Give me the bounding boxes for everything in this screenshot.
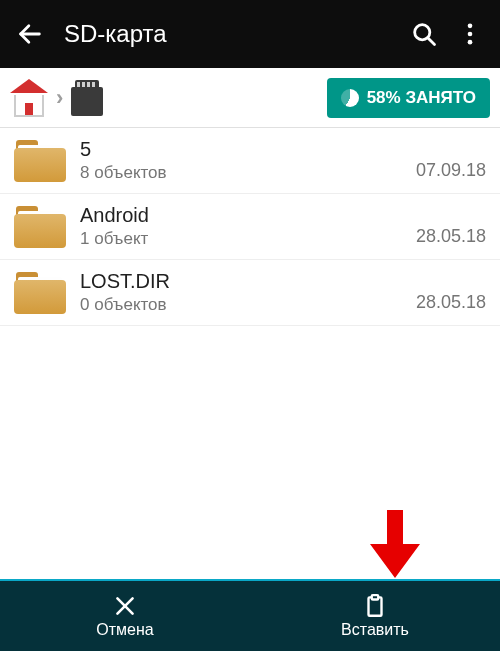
bottom-action-bar: Отмена Вставить — [0, 579, 500, 651]
svg-rect-9 — [372, 595, 379, 599]
cancel-button[interactable]: Отмена — [0, 581, 250, 651]
svg-line-2 — [428, 38, 435, 45]
overflow-menu-button[interactable] — [456, 20, 484, 48]
svg-point-5 — [468, 40, 473, 45]
file-subtitle: 8 объектов — [80, 163, 402, 183]
list-item[interactable]: 5 8 объектов 07.09.18 — [0, 128, 500, 194]
cancel-label: Отмена — [96, 621, 153, 639]
home-breadcrumb[interactable] — [10, 79, 48, 117]
storage-usage-chip[interactable]: 58% ЗАНЯТО — [327, 78, 490, 118]
list-item[interactable]: Android 1 объект 28.05.18 — [0, 194, 500, 260]
svg-point-4 — [468, 32, 473, 37]
svg-point-3 — [468, 24, 473, 29]
back-button[interactable] — [16, 20, 44, 48]
pie-icon — [341, 89, 359, 107]
file-subtitle: 1 объект — [80, 229, 402, 249]
search-icon — [410, 20, 438, 48]
file-name: Android — [80, 204, 402, 227]
file-date: 28.05.18 — [416, 292, 486, 315]
clipboard-icon — [362, 593, 388, 619]
arrow-left-icon — [16, 20, 44, 48]
search-button[interactable] — [410, 20, 438, 48]
paste-button[interactable]: Вставить — [250, 581, 500, 651]
home-icon — [10, 79, 48, 93]
file-date: 07.09.18 — [416, 160, 486, 183]
page-title: SD-карта — [64, 20, 392, 48]
list-item[interactable]: LOST.DIR 0 объектов 28.05.18 — [0, 260, 500, 326]
folder-icon — [14, 140, 66, 182]
file-name: LOST.DIR — [80, 270, 402, 293]
folder-icon — [14, 206, 66, 248]
chevron-right-icon: › — [56, 85, 63, 111]
sdcard-breadcrumb[interactable] — [71, 80, 103, 116]
more-vert-icon — [456, 20, 484, 48]
storage-usage-label: 58% ЗАНЯТО — [367, 88, 476, 108]
folder-icon — [14, 272, 66, 314]
file-subtitle: 0 объектов — [80, 295, 402, 315]
close-icon — [112, 593, 138, 619]
app-bar: SD-карта — [0, 0, 500, 68]
paste-label: Вставить — [341, 621, 409, 639]
file-date: 28.05.18 — [416, 226, 486, 249]
file-name: 5 — [80, 138, 402, 161]
breadcrumb-row: › 58% ЗАНЯТО — [0, 68, 500, 128]
file-list: 5 8 объектов 07.09.18 Android 1 объект 2… — [0, 128, 500, 579]
